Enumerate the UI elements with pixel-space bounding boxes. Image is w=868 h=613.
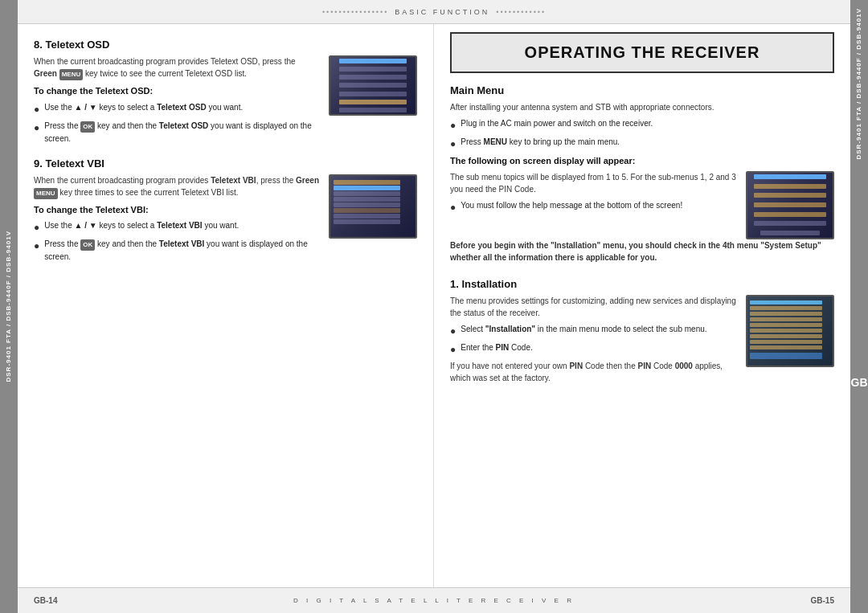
- installation-bullet-2: ● Enter the PIN Code.: [450, 341, 736, 357]
- bottom-footer: GB-14 D I G I T A L S A T E L L I T E R …: [18, 587, 850, 613]
- installation-text: The menu provides settings for customizi…: [450, 295, 736, 388]
- bullet-icon-1: ●: [34, 102, 39, 116]
- section-9-bullet-2: ● Press the OK key and then the Teletext…: [34, 238, 321, 263]
- teletext-vbi-image: [329, 174, 417, 239]
- section-8-subtitle: To change the Teletext OSD:: [34, 84, 321, 98]
- bullet-icon-5: ●: [450, 118, 456, 133]
- installation-bullet-2-text: Enter the PIN Code.: [461, 341, 533, 353]
- installation-intro: The menu provides settings for customizi…: [450, 295, 736, 319]
- right-tab-gb: GB: [851, 376, 868, 389]
- installation-bullet-1-text: Select "Installation" in the main menu m…: [461, 323, 706, 335]
- section-8-intro: When the current broadcasting program pr…: [34, 55, 321, 80]
- bullet-icon-3: ●: [34, 220, 39, 235]
- main-menu-section: Main Menu After installing your antenna …: [450, 84, 834, 268]
- following-bullet-1-text: You must follow the help message at the …: [461, 199, 682, 211]
- section-9-content: When the current broadcasting program pr…: [34, 174, 417, 267]
- receiver-header: OPERATING THE RECEIVER: [450, 32, 834, 73]
- dot-line-left: ••••••••••••••••: [322, 8, 388, 16]
- section-8-bullet-1: ● Use the ▲ / ▼ keys to select a Teletex…: [34, 101, 321, 116]
- section-8: 8. Teletext OSD When the current broadca…: [34, 39, 417, 148]
- section-9-title: 9. Teletext VBI: [34, 157, 417, 170]
- bullet-icon-8: ●: [450, 324, 456, 338]
- bullet-icon-4: ●: [34, 239, 39, 253]
- section-8-text: When the current broadcasting program pr…: [34, 55, 321, 148]
- following-bullet-1: ● You must follow the help message at th…: [450, 199, 738, 215]
- left-column: 8. Teletext OSD When the current broadca…: [18, 24, 434, 587]
- installation-pin-note: If you have not entered your own PIN Cod…: [450, 360, 736, 384]
- following-desc: The sub menu topics will be displayed fr…: [450, 171, 738, 195]
- teletext-osd-image: [329, 55, 417, 116]
- installation-title: 1. Installation: [450, 278, 834, 290]
- right-tab-label: DSR-9401 FTA / DSB-9440F / DSB-9401V: [855, 8, 863, 160]
- section-9-bullet-2-text: Press the OK key and then the Teletext V…: [44, 238, 321, 263]
- section-9-bullet-1: ● Use the ▲ / ▼ keys to select a Teletex…: [34, 219, 321, 235]
- main-menu-bullet-2: ● Press MENU key to bring up the main me…: [450, 136, 834, 151]
- following-section: The sub menu topics will be displayed fr…: [450, 171, 834, 239]
- right-column: OPERATING THE RECEIVER Main Menu After i…: [434, 24, 850, 587]
- left-tab-label: DSR-9401 FTA / DSB-9440F / DSB-9401V: [5, 231, 13, 382]
- footer-page-right: GB-15: [811, 596, 834, 605]
- page-container: DSR-9401 FTA / DSB-9440F / DSB-9401V •••…: [0, 0, 868, 613]
- footer-page-left: GB-14: [34, 596, 57, 605]
- header-text: BASIC FUNCTION: [395, 8, 489, 16]
- installation-content: The menu provides settings for customizi…: [450, 295, 834, 388]
- installation-image: [746, 295, 834, 367]
- section-9-intro: When the current broadcasting program pr…: [34, 174, 321, 199]
- section-9-bullet-1-text: Use the ▲ / ▼ keys to select a Teletext …: [44, 219, 239, 231]
- section-8-title: 8. Teletext OSD: [34, 39, 417, 51]
- main-menu-intro: After installing your antenna system and…: [450, 101, 834, 113]
- section-8-bullet-2-text: Press the OK key and then the Teletext O…: [44, 120, 321, 145]
- right-tab: DSR-9401 FTA / DSB-9440F / DSB-9401V GB: [850, 0, 868, 613]
- main-menu-bullet-1-text: Plug in the AC main power and switch on …: [461, 117, 653, 129]
- right-tab-gb-container: GB: [851, 160, 868, 614]
- bullet-icon-7: ●: [450, 200, 456, 215]
- dot-line-right: ••••••••••••: [496, 8, 546, 16]
- main-menu-title: Main Menu: [450, 84, 834, 96]
- bullet-icon-2: ●: [34, 121, 39, 135]
- left-tab: DSR-9401 FTA / DSB-9440F / DSB-9401V: [0, 0, 18, 613]
- columns: 8. Teletext OSD When the current broadca…: [18, 24, 850, 587]
- section-8-bullet-2: ● Press the OK key and then the Teletext…: [34, 120, 321, 145]
- installation-section: 1. Installation The menu provides settin…: [450, 278, 834, 388]
- main-content: •••••••••••••••• BASIC FUNCTION ••••••••…: [18, 0, 850, 613]
- main-menu-bullet-2-text: Press MENU key to bring up the main menu…: [461, 136, 620, 148]
- before-bold-text: Before you begin with the "Installation"…: [450, 239, 834, 264]
- bullet-icon-6: ●: [450, 137, 456, 151]
- section-9-subtitle: To change the Teletext VBI:: [34, 203, 321, 217]
- following-bold: The following on screen display will app…: [450, 154, 834, 168]
- receiver-header-title: OPERATING THE RECEIVER: [468, 43, 817, 62]
- bullet-icon-9: ●: [450, 342, 456, 357]
- top-header: •••••••••••••••• BASIC FUNCTION ••••••••…: [18, 0, 850, 24]
- installation-bullet-1: ● Select "Installation" in the main menu…: [450, 323, 736, 338]
- section-8-bullet-1-text: Use the ▲ / ▼ keys to select a Teletext …: [44, 101, 243, 113]
- footer-center-text: D I G I T A L S A T E L L I T E R E C E …: [293, 597, 575, 604]
- section-8-content: When the current broadcasting program pr…: [34, 55, 417, 148]
- main-menu-bullet-1: ● Plug in the AC main power and switch o…: [450, 117, 834, 133]
- section-9-text: When the current broadcasting program pr…: [34, 174, 321, 267]
- section-9: 9. Teletext VBI When the current broadca…: [34, 157, 417, 267]
- main-menu-image: [746, 171, 834, 239]
- following-text: The sub menu topics will be displayed fr…: [450, 171, 738, 218]
